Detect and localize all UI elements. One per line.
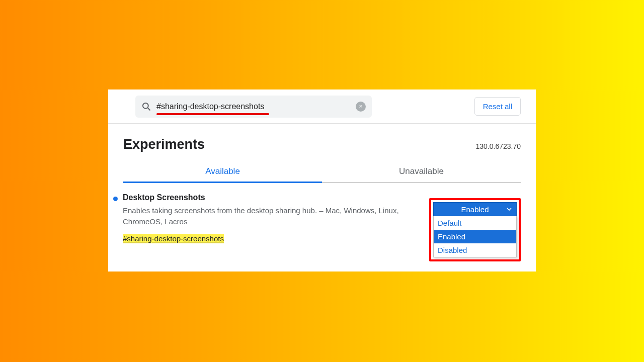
flag-hash-link[interactable]: #sharing-desktop-screenshots [123,234,224,243]
flag-title: Desktop Screenshots [123,193,419,202]
flag-state-select[interactable]: Enabled [433,202,517,216]
svg-line-1 [148,108,150,110]
select-option-default[interactable]: Default [434,216,516,230]
tabs: Available Unavailable [123,166,521,183]
header-row: Experiments 130.0.6723.70 [108,124,536,152]
annotation-underline [156,113,269,115]
svg-point-0 [143,103,148,108]
tab-unavailable[interactable]: Unavailable [322,166,521,183]
flag-description: Enables taking screenshots from the desk… [123,205,405,227]
modified-indicator-icon [113,197,118,201]
flag-row: Desktop Screenshots Enables taking scree… [108,183,536,261]
chevron-down-icon [506,206,512,212]
search-icon [141,102,151,112]
select-value: Enabled [461,205,489,214]
select-options-list: Default Enabled Disabled [433,216,517,257]
annotation-highlight-box: Enabled Default Enabled Disabled [429,198,521,261]
search-input[interactable]: #sharing-desktop-screenshots [156,102,356,111]
clear-search-icon[interactable] [356,102,366,112]
select-option-enabled[interactable]: Enabled [434,230,516,243]
tab-available[interactable]: Available [123,166,322,183]
search-box[interactable]: #sharing-desktop-screenshots [135,96,372,118]
top-bar: #sharing-desktop-screenshots Reset all [108,89,536,124]
reset-all-button[interactable]: Reset all [474,97,521,116]
version-label: 130.0.6723.70 [475,142,521,150]
flags-panel: #sharing-desktop-screenshots Reset all E… [108,89,536,272]
page-title: Experiments [123,137,205,152]
select-option-disabled[interactable]: Disabled [434,243,516,257]
search-value: #sharing-desktop-screenshots [156,102,264,111]
flag-text: Desktop Screenshots Enables taking scree… [123,193,429,243]
